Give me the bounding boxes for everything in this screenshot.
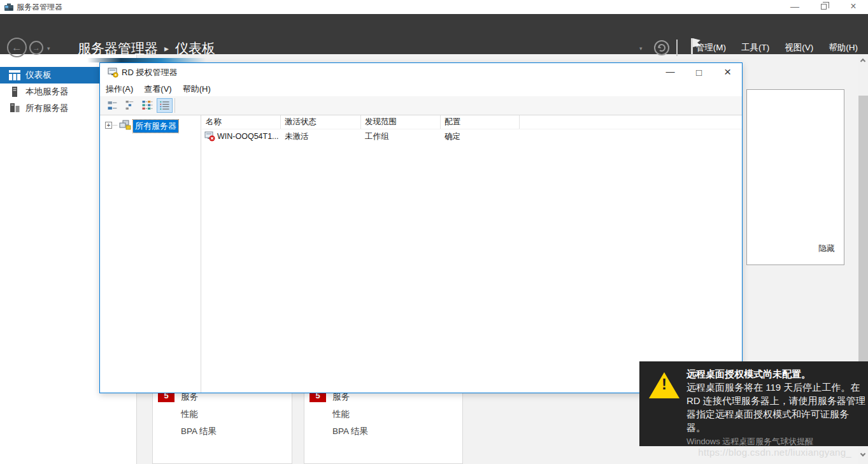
- toast-body: 远程桌面服务将在 119 天后停止工作。在 RD 连接代理服务器上，请使用服务器…: [687, 381, 866, 434]
- column-header-configuration[interactable]: 配置: [441, 115, 520, 129]
- refresh-dropdown-caret-icon[interactable]: ▾: [639, 45, 643, 52]
- rd-licensing-manager-window: RD 授权管理器 — □ × 操作(A) 查看(V) 帮助(H): [99, 62, 743, 393]
- dashboard-tile-services-1: 5 服务 性能 BPA 结果: [152, 382, 292, 464]
- rd-maximize-icon[interactable]: □: [685, 63, 713, 82]
- menu-help[interactable]: 帮助(H): [829, 42, 858, 54]
- watermark-text: https://blog.csdn.net/liuxiangyang_: [698, 447, 851, 458]
- action-pane-toggle-icon[interactable]: [122, 98, 138, 113]
- hide-link[interactable]: 隐藏: [818, 243, 835, 254]
- tree-node-label[interactable]: 所有服务器: [133, 120, 178, 133]
- sidebar-item-label: 仪表板: [25, 67, 52, 83]
- rd-close-icon[interactable]: ×: [713, 63, 742, 82]
- app-titlebar: 服务器管理器 — ×: [0, 0, 868, 14]
- breadcrumb-underline: [87, 58, 222, 62]
- rd-window-body: + 所有服务器 名称 激活状态 发现范围 配置: [100, 115, 742, 393]
- toolbar-separator: [174, 98, 175, 113]
- rd-menu-help[interactable]: 帮助(H): [183, 83, 211, 95]
- restore-glyph: [821, 4, 827, 10]
- rd-window-titlebar[interactable]: RD 授权管理器 — □ ×: [100, 63, 742, 82]
- warning-exclamation: !: [649, 375, 679, 393]
- breadcrumb-current: 仪表板: [175, 41, 215, 55]
- dashboard-icon: [9, 70, 20, 80]
- welcome-tile-panel: 隐藏: [746, 89, 844, 265]
- details-view-icon[interactable]: [157, 98, 173, 113]
- rd-window-title: RD 授权管理器: [122, 63, 177, 82]
- back-icon[interactable]: ←: [7, 38, 27, 57]
- nav-menu: 管理(M) 工具(T) 视图(V) 帮助(H): [696, 42, 858, 54]
- cell-name: WIN-OOQ54T1...: [202, 129, 281, 143]
- history-caret-icon[interactable]: ▾: [47, 45, 50, 52]
- small-icons-view-icon[interactable]: [139, 98, 155, 113]
- notification-toast[interactable]: ! 远程桌面授权模式尚未配置。 远程桌面服务将在 119 天后停止工作。在 RD…: [639, 361, 868, 446]
- menu-view[interactable]: 视图(V): [785, 42, 813, 54]
- column-header-name[interactable]: 名称: [202, 115, 281, 129]
- table-row[interactable]: WIN-OOQ54T1... 未激活 工作组 确定: [202, 129, 742, 143]
- toast-text: 远程桌面授权模式尚未配置。 远程桌面服务将在 119 天后停止工作。在 RD 连…: [687, 367, 866, 447]
- all-servers-icon: [9, 103, 20, 113]
- rd-server-list: 名称 激活状态 发现范围 配置 WIN-OOQ54T1...: [202, 115, 742, 393]
- breadcrumb-separator-icon: ▸: [164, 43, 169, 54]
- rd-menu-action[interactable]: 操作(A): [106, 83, 133, 95]
- local-server-icon: [9, 87, 20, 97]
- console-tree-toggle-icon[interactable]: [105, 98, 121, 113]
- sidebar-item-label: 所有服务器: [25, 100, 69, 117]
- dashboard-tile-services-2: 5 服务 性能 BPA 结果: [304, 382, 463, 464]
- scroll-up-icon[interactable]: [860, 59, 865, 64]
- list-header: 名称 激活状态 发现范围 配置: [202, 115, 742, 129]
- refresh-icon[interactable]: [653, 40, 670, 56]
- server-manager-icon: [4, 2, 14, 12]
- app-restore-icon[interactable]: [809, 0, 839, 14]
- scroll-down-icon[interactable]: [860, 451, 865, 456]
- rd-menu-view[interactable]: 查看(V): [144, 83, 171, 95]
- all-servers-node-icon: [118, 120, 131, 130]
- menu-tools[interactable]: 工具(T): [741, 42, 769, 54]
- rd-minimize-icon[interactable]: —: [656, 63, 685, 82]
- nav-bar: ← → ▾ 服务器管理器▸仪表板 ▾ 管理(M) 工具(T) 视图(V) 帮助(…: [0, 14, 868, 54]
- tree-expand-icon[interactable]: +: [105, 122, 112, 129]
- column-header-discovery-scope[interactable]: 发现范围: [361, 115, 441, 129]
- app-minimize-icon[interactable]: —: [780, 0, 809, 14]
- app-title: 服务器管理器: [17, 0, 62, 14]
- sidebar-item-label: 本地服务器: [25, 83, 69, 100]
- rd-licensing-icon: [108, 68, 118, 78]
- breadcrumb-root[interactable]: 服务器管理器: [78, 41, 158, 55]
- breadcrumb: 服务器管理器▸仪表板: [78, 40, 215, 57]
- rd-menubar: 操作(A) 查看(V) 帮助(H): [100, 82, 742, 96]
- rd-console-tree: + 所有服务器: [100, 115, 201, 393]
- cell-discovery-scope: 工作组: [361, 129, 441, 143]
- column-header-activation-status[interactable]: 激活状态: [281, 115, 361, 129]
- app-close-icon[interactable]: ×: [839, 0, 868, 14]
- column-header-blank: [520, 115, 742, 129]
- forward-icon[interactable]: →: [29, 41, 43, 55]
- nav-separator: [676, 40, 678, 56]
- toast-title: 远程桌面授权模式尚未配置。: [687, 367, 866, 381]
- cell-activation-status: 未激活: [281, 129, 361, 143]
- server-error-icon: [204, 131, 215, 141]
- menu-manage[interactable]: 管理(M): [696, 42, 726, 54]
- toast-footer: Windows 远程桌面服务气球状提醒: [687, 435, 866, 447]
- cell-configuration: 确定: [441, 129, 520, 143]
- rd-toolbar: [100, 96, 742, 115]
- tree-connector: [113, 125, 117, 126]
